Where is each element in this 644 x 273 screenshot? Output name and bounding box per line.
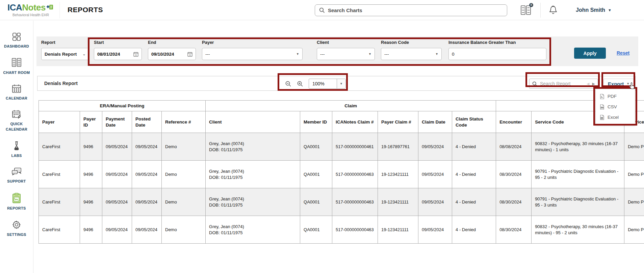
table-cell: 09/05/2024 <box>132 216 162 244</box>
table-cell: QA0001 <box>300 188 332 216</box>
svg-text:csv: csv <box>601 107 603 108</box>
table-cell: QA0001 <box>300 133 332 161</box>
table-cell: 90832 - Psychotherapy, 30 minutes (16-37… <box>532 216 624 244</box>
dropdown-arrow-icon: ▼ <box>296 52 299 56</box>
zoom-level-value: 100% <box>309 81 337 86</box>
zoom-dropdown-button[interactable]: ▼ <box>337 79 345 88</box>
denials-report-table: ERA/Manual Posting Claim Payer Payer ID … <box>38 100 644 244</box>
table-column-header-row: Payer Payer ID Payment Date Posted Date … <box>39 111 644 133</box>
table-cell: 517-000000000461 <box>332 133 378 161</box>
export-button[interactable]: Export ▼ <box>603 79 634 89</box>
quick-calendar-icon <box>11 110 22 119</box>
start-date-field[interactable]: 30 <box>94 48 142 60</box>
report-select-value: Denials Report <box>45 52 82 57</box>
table-cell: Demo <box>162 161 206 188</box>
calendar-picker-icon[interactable]: 30 <box>133 52 138 57</box>
zoom-out-icon[interactable] <box>285 81 291 87</box>
user-menu[interactable]: John Smith ▼ <box>576 0 612 20</box>
apply-button[interactable]: Apply <box>574 48 606 59</box>
reset-link[interactable]: Reset <box>617 50 629 56</box>
table-cell: Grey, Jean (0074) DOB: 01/11/1975 <box>206 133 300 161</box>
table-cell: Grey, Jean (0074) DOB: 01/11/1975 <box>206 188 300 216</box>
svg-text:30: 30 <box>135 54 137 56</box>
sidebar-item-label: REPORTS <box>7 206 26 211</box>
sidebar-item-dashboard[interactable]: DASHBOARD <box>1 32 32 49</box>
end-date-input[interactable] <box>151 52 187 57</box>
table-cell: Demo <box>162 133 206 161</box>
sidebar-item-reports[interactable]: REPORTS <box>1 193 32 211</box>
sidebar-item-label: CHART ROOM <box>3 70 30 76</box>
export-button-label: Export <box>608 81 624 87</box>
report-select[interactable]: Denials Report ⌄ <box>41 48 89 60</box>
search-charts-box[interactable] <box>315 4 507 16</box>
sidebar-item-calendar[interactable]: CALENDAR <box>1 84 32 101</box>
zoom-level-select[interactable]: 100% ▼ <box>309 79 346 89</box>
sidebar-item-chart-room[interactable]: CHART ROOM <box>1 58 32 76</box>
table-cell: 517-000000000463 <box>332 161 378 188</box>
table-cell: 4 - Denied <box>452 188 496 216</box>
icanotes-logo[interactable]: ICANotes Behavioral Health EHR <box>5 2 56 17</box>
table-cell: 08/30/2024 <box>496 161 532 188</box>
table-cell: Demo <box>162 188 206 216</box>
next-match-icon[interactable]: ▶ <box>592 82 595 86</box>
table-cell: 19-123421111 <box>378 188 418 216</box>
calendar-icon <box>11 84 22 93</box>
chevron-down-icon: ⌄ <box>82 52 86 56</box>
zoom-in-icon[interactable] <box>297 81 303 87</box>
insurance-balance-field[interactable] <box>448 48 546 60</box>
export-menu-item-excel[interactable]: x Excel <box>596 112 635 122</box>
calendar-picker-icon[interactable]: 30 <box>187 52 192 57</box>
export-menu-item-csv[interactable]: csv CSV <box>596 102 635 112</box>
table-cell: 09/05/2024 <box>418 161 452 188</box>
table-cell: 09/05/2024 <box>102 216 132 244</box>
payer-value: --- <box>205 52 296 57</box>
sidebar-item-quick-calendar[interactable]: QUICK CALENDAR <box>1 110 32 132</box>
sidebar-nav: DASHBOARD CHART ROOM CALENDAR QUICK CALE… <box>0 21 33 273</box>
column-header: Claim Status Code <box>452 111 496 133</box>
table-cell: 19-167897761 <box>378 133 418 161</box>
table-cell: CareFirst <box>39 133 80 161</box>
gear-icon <box>11 220 22 230</box>
table-cell: 90791 - Psychiatric Diagnostic Evaluatio… <box>532 161 624 188</box>
table-row: CareFirst949609/05/202409/05/2024DemoGre… <box>39 161 644 188</box>
start-date-input[interactable] <box>97 52 133 57</box>
csv-file-icon: csv <box>600 104 604 110</box>
sidebar-item-label: SETTINGS <box>7 232 26 238</box>
payer-dropdown[interactable]: --- ▼ <box>202 48 303 60</box>
search-report-box[interactable]: ◀ ▶ <box>529 79 598 89</box>
search-charts-input[interactable] <box>328 7 503 13</box>
previous-match-icon[interactable]: ◀ <box>587 82 589 86</box>
table-cell: 517-000000000463 <box>332 216 378 244</box>
report-table-container: ERA/Manual Posting Claim Payer Payer ID … <box>38 100 644 244</box>
new-chart-button[interactable]: + <box>520 5 532 16</box>
insurance-balance-input[interactable] <box>452 52 543 57</box>
sidebar-item-label: DASHBOARD <box>4 44 29 49</box>
sidebar-item-support[interactable]: SUPPORT <box>1 167 32 184</box>
table-cell: 09/05/2024 <box>132 188 162 216</box>
table-cell: Demo P <box>624 216 644 244</box>
report-table-body: CareFirst949609/05/202409/05/2024DemoGre… <box>39 133 644 244</box>
search-report-input[interactable] <box>540 81 584 86</box>
end-date-field[interactable]: 30 <box>148 48 196 60</box>
table-cell: 4 - Denied <box>452 133 496 161</box>
sidebar-item-settings[interactable]: SETTINGS <box>1 220 32 238</box>
reason-code-label: Reason Code <box>381 40 409 45</box>
export-menu-item-pdf[interactable]: PDF <box>596 91 635 102</box>
notifications-bell-button[interactable] <box>549 5 558 15</box>
column-header: Payer <box>39 111 80 133</box>
top-header: ICANotes Behavioral Health EHR REPORTS +… <box>0 0 644 20</box>
table-row: CareFirst949609/05/202409/05/2024DemoGre… <box>39 188 644 216</box>
sidebar-item-label: CALENDAR <box>6 96 27 101</box>
column-header: Payment Date <box>102 111 132 133</box>
chevron-down-icon: ▼ <box>608 8 612 12</box>
table-cell: 08/30/2024 <box>496 216 532 244</box>
report-toolbar: Denials Report 100% ▼ ◀ ▶ Export ▼ <box>37 76 636 91</box>
sidebar-item-label: SUPPORT <box>7 179 26 184</box>
dropdown-arrow-icon: ▼ <box>340 82 343 85</box>
sidebar-item-labs[interactable]: LABS <box>1 141 32 159</box>
logo-document-icon <box>46 4 54 11</box>
client-dropdown[interactable]: --- ▼ <box>317 48 375 60</box>
column-header: Posted Date <box>132 111 162 133</box>
search-icon <box>319 7 325 13</box>
reason-code-dropdown[interactable]: --- ▼ <box>381 48 442 60</box>
